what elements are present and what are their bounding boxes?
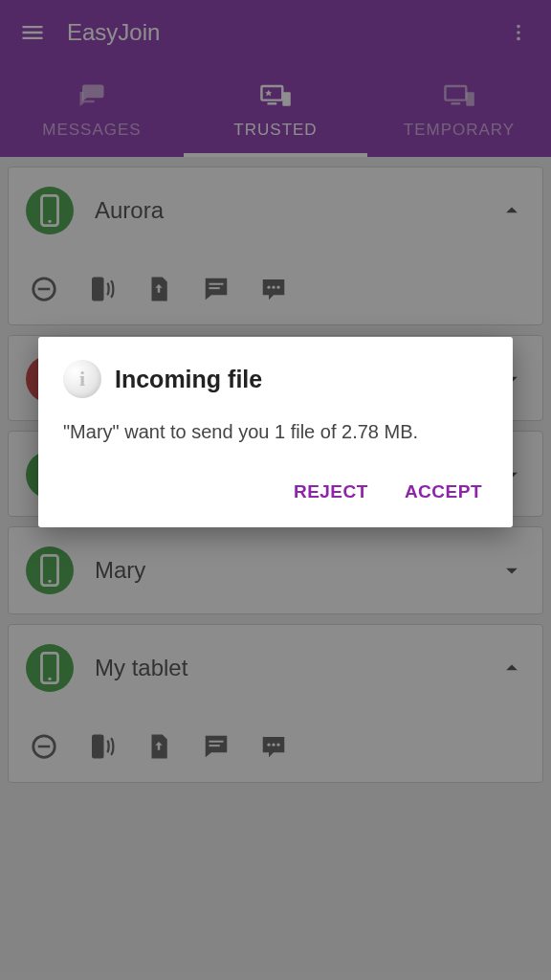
dialog-title: Incoming file [115,366,262,393]
incoming-file-dialog: i Incoming file "Mary" want to send you … [38,337,513,527]
accept-button[interactable]: ACCEPT [399,472,488,512]
dialog-message: "Mary" want to send you 1 file of 2.78 M… [63,419,488,445]
info-icon: i [63,360,101,398]
reject-button[interactable]: REJECT [288,472,374,512]
